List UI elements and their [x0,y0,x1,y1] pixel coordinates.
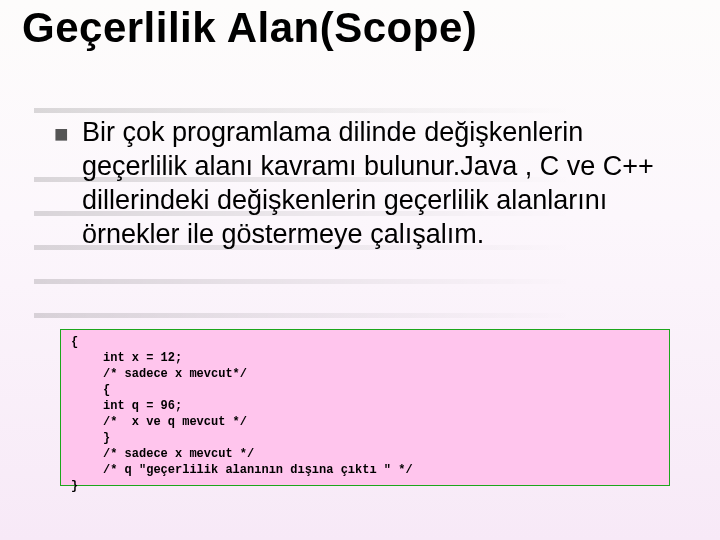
slide-title: Geçerlilik Alan(Scope) [22,4,477,52]
shadow-line [34,108,574,113]
bullet-mark: ■ [54,115,82,151]
shadow-line [34,313,574,318]
code-line: int x = 12; [71,350,661,366]
code-line: { [71,382,661,398]
code-line: { [71,334,661,350]
code-box: { int x = 12; /* sadece x mevcut*/ { int… [60,329,670,486]
bullet-item: ■ Bir çok programlama dilinde değişkenle… [54,115,654,251]
code-line: } [71,478,661,494]
bullet-text: Bir çok programlama dilinde değişkenleri… [82,115,654,251]
code-line: /* q "geçerlilik alanının dışına çıktı "… [71,462,661,478]
code-line: int q = 96; [71,398,661,414]
slide: Geçerlilik Alan(Scope) ■ Bir çok program… [0,0,720,540]
code-line: } [71,430,661,446]
code-line: /* sadece x mevcut */ [71,446,661,462]
code-line: /* x ve q mevcut */ [71,414,661,430]
body-text-block: ■ Bir çok programlama dilinde değişkenle… [54,115,654,251]
shadow-line [34,279,574,284]
code-line: /* sadece x mevcut*/ [71,366,661,382]
